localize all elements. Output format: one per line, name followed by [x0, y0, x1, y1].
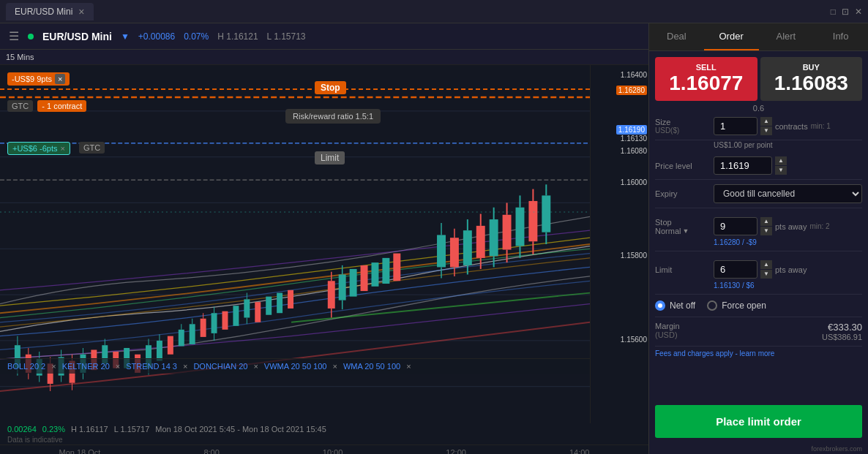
contract-badge: - 1 contract	[37, 100, 86, 112]
symbol-dropdown-icon[interactable]: ▼	[121, 31, 130, 42]
title-tab[interactable]: EUR/USD Mini ×	[6, 3, 94, 20]
tab-order[interactable]: Order	[704, 23, 759, 50]
loss-badge: -US$9 9pts ×	[7, 72, 70, 86]
force-open-toggle[interactable]: Force open	[707, 300, 766, 311]
price-level-row: Price level ▲ ▼	[655, 152, 862, 180]
wma-remove[interactable]: ×	[406, 362, 411, 371]
strend-remove[interactable]: ×	[183, 362, 187, 371]
toggle-row: Net off Force open	[655, 295, 862, 317]
stop-input[interactable]	[714, 217, 757, 235]
stop-type[interactable]: Normal ▼	[655, 227, 714, 235]
force-open-radio	[707, 300, 717, 311]
time-axis: Mon 18 Oct 8:00 10:00 12:00 14:00	[0, 444, 648, 454]
close-tab-icon[interactable]: ×	[78, 6, 84, 18]
minimize-icon[interactable]: □	[831, 7, 836, 17]
price-axis: 1.16400 1.16280 1.16190 1.16130 1.16080 …	[590, 65, 648, 423]
size-spinners: ▲ ▼	[760, 117, 772, 135]
header-bar: ☰ EUR/USD Mini ▼ +0.00086 0.07% H 1.1612…	[0, 23, 648, 50]
expiry-select[interactable]: Good till cancelled	[714, 184, 862, 203]
time-label-0: Mon 18 Oct	[59, 448, 101, 454]
price-1600: 1.16000	[621, 178, 647, 186]
gain-badge: +US$6 -6pts ×	[7, 142, 70, 155]
price-1596: 1.15600	[621, 336, 647, 344]
stop-row: Stop Normal ▼ ▲ ▼ pts away min: 2	[655, 213, 862, 237]
wma-indicator: WMA 20 50 100	[343, 362, 400, 371]
percent-change: 0.07%	[184, 31, 209, 42]
size-up-btn[interactable]: ▲	[760, 117, 772, 126]
stop-section: Stop Normal ▼ ▲ ▼ pts away min: 2	[655, 208, 862, 251]
boll-indicator: BOLL 20 2	[7, 362, 45, 371]
time-label-3: 12:00	[446, 448, 466, 454]
stop-unit: pts away	[775, 222, 807, 231]
tab-name: EUR/USD Mini	[15, 7, 72, 17]
limit-up-btn[interactable]: ▲	[760, 260, 772, 269]
limit-section: Limit ▲ ▼ pts away 1.16130 / $6	[655, 251, 862, 295]
sell-button[interactable]: SELL 1.16077	[655, 57, 757, 101]
stop-sub-text: 1.16280 / -$9	[655, 238, 862, 246]
limit-label: Limit	[655, 265, 714, 274]
panel-tabs: Deal Order Alert Info	[649, 23, 868, 51]
expiry-label: Expiry	[655, 189, 714, 198]
keltner-remove[interactable]: ×	[116, 362, 120, 371]
price-1598: 1.15800	[621, 251, 647, 260]
vwma-remove[interactable]: ×	[332, 362, 337, 371]
brand-logo: forexbrokers.com	[649, 444, 868, 454]
expiry-row: Expiry Good till cancelled	[655, 180, 862, 208]
stop-labels: Stop Normal ▼	[655, 218, 714, 235]
stop-up-btn[interactable]: ▲	[760, 217, 772, 226]
ohlc-date-range: Mon 18 Oct 2021 5:45 - Mon 18 Oct 2021 1…	[155, 425, 326, 434]
limit-input[interactable]	[714, 260, 757, 279]
maximize-icon[interactable]: ⊡	[842, 7, 849, 17]
size-unit: contracts	[775, 122, 808, 131]
loss-badge-close[interactable]: ×	[55, 74, 65, 84]
close-icon[interactable]: ✕	[855, 7, 862, 17]
limit-chart-label: Limit	[315, 151, 345, 164]
gtc-bar: GTC - 1 contract	[7, 100, 86, 112]
timeframe-label[interactable]: 15 Mins	[6, 53, 34, 61]
size-down-btn[interactable]: ▼	[760, 126, 772, 135]
net-off-toggle[interactable]: Net off	[655, 300, 695, 311]
tab-info[interactable]: Info	[813, 23, 868, 50]
stop-chart-label[interactable]: Stop	[315, 81, 346, 94]
boll-remove[interactable]: ×	[51, 362, 56, 371]
gtc-badge: GTC	[7, 100, 33, 112]
chart-timeframe-bar: 15 Mins	[0, 50, 648, 65]
vwma-indicator: VWMA 20 50 100	[264, 362, 327, 371]
price-level-spinners: ▲ ▼	[775, 156, 787, 175]
limit-spinners: ▲ ▼	[760, 260, 772, 279]
buy-label: BUY	[766, 63, 857, 72]
stop-down-btn[interactable]: ▼	[760, 227, 772, 235]
margin-values: €333.30 US$386.91	[714, 322, 862, 341]
price-1608: 1.16080	[621, 147, 647, 155]
buy-button[interactable]: BUY 1.16083	[760, 57, 863, 101]
keltner-indicator: KELTNER 20	[62, 362, 110, 371]
form-section: Size USD($) ▲ ▼ contracts min: 1 US$1.00…	[649, 113, 868, 399]
limit-down-btn[interactable]: ▼	[760, 270, 772, 279]
window-controls: □ ⊡ ✕	[831, 7, 862, 17]
time-label-1: 8:00	[203, 448, 219, 454]
margin-labels: Margin (USD)	[655, 322, 714, 339]
gain-badge-close[interactable]: ×	[60, 144, 64, 153]
force-open-label: Force open	[722, 300, 766, 311]
price-level-down-btn[interactable]: ▼	[775, 166, 787, 175]
fees-link[interactable]: Fees and charges apply - learn more	[655, 348, 774, 359]
price-level-input[interactable]	[714, 156, 772, 175]
size-min: min: 1	[811, 122, 831, 130]
donchian-remove[interactable]: ×	[253, 362, 258, 371]
stop-spinners: ▲ ▼	[760, 217, 772, 235]
size-input-group: ▲ ▼ contracts min: 1	[714, 117, 862, 135]
price-1613: 1.16130	[621, 135, 647, 143]
hamburger-icon[interactable]: ☰	[9, 29, 19, 43]
tab-alert[interactable]: Alert	[759, 23, 814, 50]
limit-unit: pts away	[775, 265, 807, 274]
indicators-bar: BOLL 20 2 × KELTNER 20 × STREND 14 3 × D…	[0, 358, 590, 374]
tab-deal[interactable]: Deal	[649, 23, 704, 50]
right-panel: Deal Order Alert Info SELL 1.16077 BUY	[648, 23, 868, 454]
symbol-name: EUR/USD Mini	[42, 31, 112, 42]
place-order-button[interactable]: Place limit order	[655, 405, 862, 438]
price-low: L 1.15713	[267, 31, 306, 42]
price-stop: 1.16280	[616, 86, 647, 95]
price-change: +0.00086	[138, 31, 175, 42]
size-input[interactable]	[714, 117, 757, 135]
price-level-up-btn[interactable]: ▲	[775, 156, 787, 165]
